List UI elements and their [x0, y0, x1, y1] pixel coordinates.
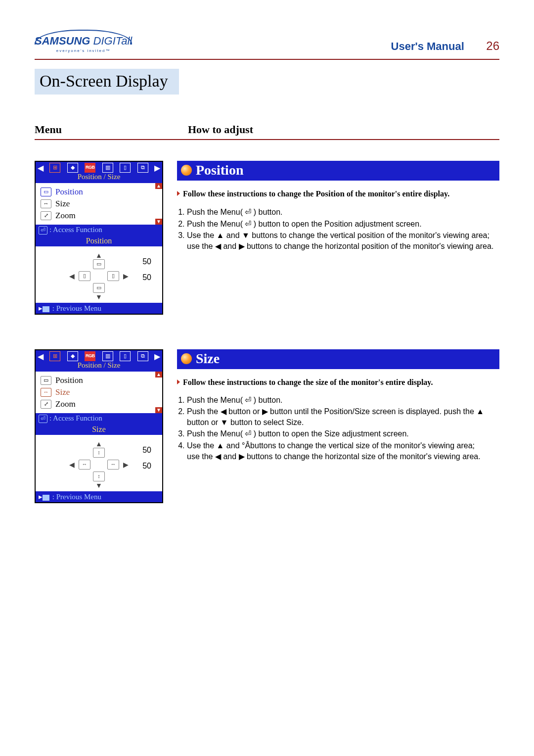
position-step-2: Push the Menu( ⏎ ) button to open the Po… — [187, 219, 499, 230]
tab-icon-color: RGB — [85, 351, 95, 361]
position-icon: ▭ — [41, 376, 51, 385]
position-step-3: Use the ▲ and ▼ buttons to change the ve… — [187, 230, 499, 251]
nav-left-icon: ◀ — [38, 352, 44, 361]
zoom-icon: ⤢ — [41, 400, 51, 409]
tab-icon-geometry: ◆ — [67, 163, 78, 173]
osd-item-zoom: ⤢ Zoom — [36, 210, 162, 222]
osd-scroll-up-icon: ▲ — [155, 372, 162, 378]
move-left-icon: ▯ — [79, 271, 90, 281]
osd-tab-label: Position / Size — [36, 173, 162, 183]
tab-icon-geometry: ◆ — [67, 351, 78, 361]
osd-item-position: ▭ Position — [36, 186, 162, 198]
osd-access-function: ⏎: Access Function — [36, 225, 162, 236]
osd-previous-menu: ▸ : Previous Menu — [36, 303, 162, 314]
tab-icon-screen: ▥ — [102, 163, 113, 173]
move-up-icon: ▭ — [93, 259, 105, 269]
arrow-left-icon: ◀ — [69, 272, 75, 280]
column-header-menu: Menu — [35, 123, 188, 136]
osd-value-h: 50 — [142, 257, 151, 266]
arrow-up-icon: ▲ — [95, 440, 102, 448]
size-icon: ↔ — [41, 199, 51, 208]
tab-icon-screen: ▥ — [102, 351, 113, 361]
arrow-right-icon: ▶ — [123, 461, 129, 469]
tab-icon-info: ⧉ — [137, 163, 148, 173]
brand-logo: SAMSUNG DIGITall everyone's invited™ — [35, 35, 132, 53]
osd-screenshot-position: ◀ ⊞ ◆ RGB ▥ ▯ ⧉ ▶ Position / Size ▲ ▭ Po… — [35, 161, 163, 315]
osd-previous-menu: ▸ : Previous Menu — [36, 491, 162, 502]
topic-title-size: Size — [196, 349, 220, 368]
osd-panel-title: Size — [36, 424, 162, 435]
tab-icon-color: RGB — [85, 163, 95, 173]
size-step-3: Push the Menu( ⏎ ) button to open the Si… — [187, 428, 499, 439]
osd-item-size: ↔ Size — [36, 386, 162, 398]
osd-item-size: ↔ Size — [36, 198, 162, 210]
arrow-up-icon: ▲ — [95, 251, 102, 259]
osd-value-h: 50 — [142, 446, 151, 455]
hsize-left-icon: ↔ — [79, 460, 90, 470]
osd-tabbar: ◀ ⊞ ◆ RGB ▥ ▯ ⧉ ▶ — [36, 350, 162, 361]
section-title: On-Screen Display — [35, 69, 179, 94]
vsize-icon: ↕ — [93, 448, 105, 458]
manual-title: User's Manual — [391, 40, 464, 52]
osd-screenshot-size: ◀ ⊞ ◆ RGB ▥ ▯ ⧉ ▶ Position / Size ▲ ▭ Po… — [35, 349, 163, 503]
osd-panel-title: Position — [36, 236, 162, 246]
bullet-icon — [181, 353, 192, 364]
size-step-4: Use the ▲ and °Âbuttons to change the ve… — [187, 440, 499, 462]
position-step-1: Push the Menu( ⏎ ) button. — [187, 207, 499, 218]
size-icon: ↔ — [41, 388, 51, 397]
size-steps: Push the Menu( ⏎ ) button. Push the ◀ bu… — [177, 395, 499, 462]
enter-icon: ⏎ — [39, 226, 47, 235]
osd-size-control: ▲ ↕ ◀ ↔ ↔ ▶ ↕ ▼ — [39, 440, 159, 489]
nav-left-icon: ◀ — [38, 163, 44, 173]
tab-icon-info: ⧉ — [137, 351, 148, 361]
enter-icon: ⏎ — [39, 415, 47, 423]
arrow-right-icon: ▶ — [123, 272, 129, 280]
position-lead: Follow these instructions to change the … — [177, 189, 499, 200]
arrow-down-icon: ▼ — [95, 293, 102, 301]
osd-value-v: 50 — [142, 462, 151, 471]
osd-item-position: ▭ Position — [36, 375, 162, 386]
tab-icon-possize: ⊞ — [49, 351, 60, 361]
topic-title-position: Position — [196, 161, 243, 180]
arrow-down-icon: ▼ — [95, 481, 102, 489]
header-rule — [35, 59, 499, 60]
tab-icon-advanced: ▯ — [120, 351, 131, 361]
hsize-right-icon: ↔ — [107, 460, 119, 470]
topic-header-size: Size — [177, 349, 499, 369]
osd-access-function: ⏎: Access Function — [36, 413, 162, 424]
topic-header-position: Position — [177, 161, 499, 181]
page-number: 26 — [486, 39, 499, 52]
tab-icon-advanced: ▯ — [120, 163, 131, 173]
move-right-icon: ▯ — [107, 271, 119, 281]
nav-right-icon: ▶ — [154, 163, 160, 173]
column-header-howto: How to adjust — [188, 123, 499, 136]
zoom-icon: ⤢ — [41, 211, 51, 220]
move-down-icon: ▭ — [93, 283, 105, 293]
columns-rule — [35, 139, 499, 140]
size-step-2: Push the ◀ button or ▶ button until the … — [187, 406, 499, 427]
osd-position-control: ▲ ▭ ◀ ▯ ▯ ▶ ▭ ▼ — [39, 251, 159, 301]
brand-tagline: everyone's invited™ — [35, 48, 132, 53]
nav-right-icon: ▶ — [154, 352, 160, 361]
exit-icon — [43, 495, 49, 501]
arrow-left-icon: ◀ — [69, 461, 75, 469]
exit-icon — [43, 306, 49, 312]
osd-tab-label: Position / Size — [36, 361, 162, 372]
tab-icon-possize: ⊞ — [49, 163, 60, 173]
size-step-1: Push the Menu( ⏎ ) button. — [187, 395, 499, 406]
bullet-small-icon — [177, 191, 180, 196]
osd-scroll-down-icon: ▼ — [155, 219, 162, 225]
osd-value-v: 50 — [142, 273, 151, 282]
position-icon: ▭ — [41, 188, 51, 196]
bullet-icon — [181, 165, 192, 176]
osd-scroll-up-icon: ▲ — [155, 183, 162, 189]
vsize-down-icon: ↕ — [93, 472, 105, 481]
osd-item-zoom: ⤢ Zoom — [36, 398, 162, 410]
osd-tabbar: ◀ ⊞ ◆ RGB ▥ ▯ ⧉ ▶ — [36, 162, 162, 173]
osd-scroll-down-icon: ▼ — [155, 407, 162, 413]
size-lead: Follow these instructions to change the … — [177, 377, 499, 388]
position-steps: Push the Menu( ⏎ ) button. Push the Menu… — [177, 207, 499, 251]
bullet-small-icon — [177, 379, 180, 384]
